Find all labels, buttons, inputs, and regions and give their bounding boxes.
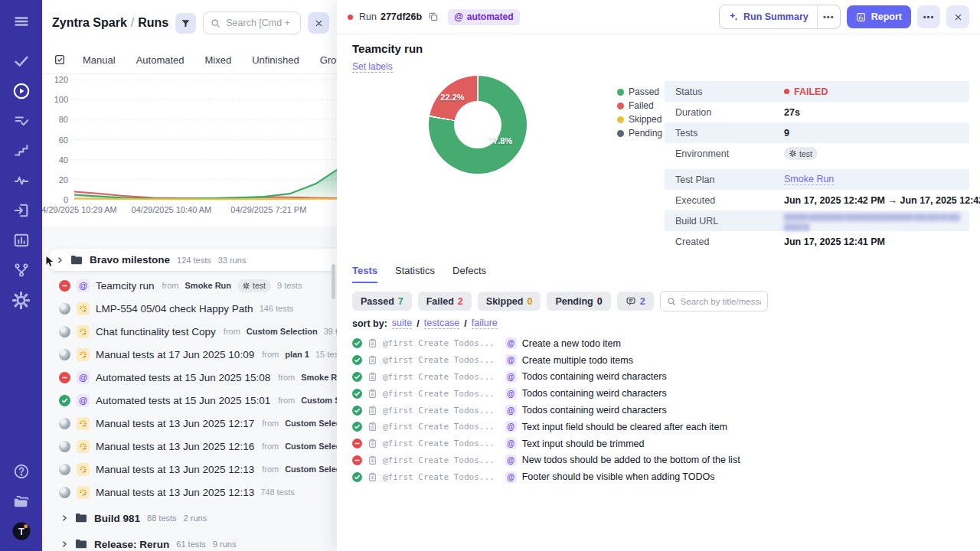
run-row[interactable]: Manual tests at 13 Jun 2025 12:16fromCus…: [42, 435, 337, 458]
test-title: Todos containing weird characters: [522, 371, 667, 382]
filter-pending[interactable]: Pending0: [547, 292, 610, 311]
report-button[interactable]: Report: [847, 5, 911, 28]
sort-by-testcase[interactable]: testcase: [424, 318, 460, 329]
run-row[interactable]: Manual tests at 17 Jun 2025 10:09frompla…: [42, 343, 337, 366]
filter-passed[interactable]: Passed7: [352, 292, 412, 311]
copy-run-id-button[interactable]: [428, 11, 439, 22]
ellipsis-icon: •••: [923, 12, 935, 21]
tests-list: @first Create Todos... @ Create a new to…: [352, 335, 740, 485]
status-passed-icon: [59, 395, 70, 406]
set-labels-link[interactable]: Set labels: [352, 61, 393, 73]
filter-commented[interactable]: 2: [617, 292, 654, 311]
run-row[interactable]: Manual tests at 13 Jun 2025 12:17fromCus…: [42, 412, 337, 435]
gear-icon: [12, 292, 30, 309]
chevron-right-icon: [60, 540, 68, 548]
detail-tab-defects[interactable]: Defects: [452, 265, 486, 283]
test-row[interactable]: @first Create Todos... @ Create a new to…: [352, 335, 740, 352]
tests-search-input[interactable]: [681, 297, 761, 306]
test-title: New todos should be added to the bottom …: [522, 455, 740, 465]
test-row[interactable]: @first Create Todos... @ Todos containin…: [352, 385, 740, 402]
funnel-icon: [181, 18, 191, 28]
test-row[interactable]: @first Create Todos... @ Todos containin…: [352, 369, 740, 386]
bar-chart-icon[interactable]: [11, 230, 32, 251]
runs-search[interactable]: [203, 11, 301, 34]
steps-icon[interactable]: [11, 140, 32, 161]
tests-search[interactable]: [660, 291, 768, 311]
select-all-icon[interactable]: [54, 54, 66, 66]
run-from-label: from: [162, 281, 179, 290]
test-row[interactable]: @first Create Todos... @ Text input shou…: [352, 435, 740, 452]
filter-skipped[interactable]: Skipped0: [478, 292, 541, 311]
test-title: Text input field should be cleared after…: [522, 422, 727, 432]
status-failed-icon: [59, 372, 70, 383]
tab-mixed[interactable]: Mixed: [205, 54, 232, 66]
detail-label: Test Plan: [675, 174, 784, 185]
tab-manual[interactable]: Manual: [83, 54, 116, 66]
test-filters: Passed7Failed2Skipped0Pending02: [352, 291, 768, 311]
sort-by-suite[interactable]: suite: [392, 318, 412, 329]
results-donut-chart: 77.8% 22.2%: [429, 76, 527, 174]
build-url-redacted[interactable]: ▆▆▆▆ ▆▆▆▆▆▆ ▆▆▆▆▆▆▆▆▆▆▆▆ ▆▆ ▆▆ ▆ ▆▆ ▆▆▆ …: [784, 211, 969, 231]
run-row[interactable]: @Teamcity runfromSmoke Runtest9 tests: [42, 274, 337, 297]
folder-icon: [75, 539, 87, 549]
breadcrumb-project[interactable]: Zyntra Spark: [52, 16, 127, 29]
test-suite: @first Create Todos...: [383, 406, 495, 416]
panel-close-button[interactable]: [308, 12, 329, 34]
check-icon[interactable]: [11, 51, 32, 72]
list-check-icon[interactable]: [11, 110, 32, 132]
gear-icon[interactable]: [11, 289, 32, 311]
run-source: Custom Selection: [285, 419, 337, 428]
more-actions-button[interactable]: •••: [917, 5, 940, 28]
app-sidebar: T: [0, 0, 42, 551]
folder-runs-count: 9 runs: [213, 540, 237, 549]
test-row[interactable]: @first Create Todos... @ New todos shoul…: [352, 452, 740, 469]
automated-badge: @automated: [448, 9, 519, 25]
folder-runs-count: 33 runs: [218, 256, 247, 265]
menu-icon[interactable]: [11, 11, 32, 32]
detail-close-button[interactable]: [946, 5, 969, 28]
clipboard-icon: [368, 355, 377, 365]
run-row[interactable]: Chat functinality test CopyfromCustom Se…: [42, 320, 337, 343]
run-row[interactable]: @Automated tests at 15 Jun 2025 15:01fro…: [42, 389, 337, 412]
branch-icon[interactable]: [11, 259, 32, 281]
runs-search-input[interactable]: [226, 18, 293, 28]
test-row[interactable]: @first Create Todos... @ Create multiple…: [352, 352, 740, 369]
run-from-label: from: [278, 373, 295, 382]
test-row[interactable]: @first Create Todos... @ Todos containin…: [352, 402, 740, 419]
folder-row[interactable]: Bravo milestone 124 tests 33 runs: [50, 249, 337, 271]
avatar-t[interactable]: T: [11, 520, 32, 542]
manual-run-icon: [77, 348, 90, 361]
sort-by-failure[interactable]: failure: [472, 318, 498, 329]
clipboard-icon: [368, 422, 377, 432]
folder-row[interactable]: Build 981 88 tests 2 runs: [42, 507, 337, 530]
run-row[interactable]: @Automated tests at 15 Jun 2025 15:08fro…: [42, 366, 337, 389]
run-summary-more-button[interactable]: •••: [817, 5, 840, 28]
filter-failed[interactable]: Failed2: [418, 292, 472, 311]
test-row[interactable]: @first Create Todos... @ Footer should b…: [352, 468, 740, 485]
detail-tab-statistics[interactable]: Statistics: [395, 265, 435, 283]
breadcrumb: Zyntra Spark/Runs: [52, 16, 168, 30]
run-row-title: Chat functinality test Copy: [96, 326, 216, 337]
test-plan-link[interactable]: Smoke Run: [784, 174, 834, 185]
sign-in-icon[interactable]: [11, 200, 32, 221]
projects-icon[interactable]: [11, 491, 32, 512]
scrollbar-thumb[interactable]: [332, 264, 335, 299]
activity-icon[interactable]: [11, 170, 32, 191]
folder-row[interactable]: Release: Rerun 61 tests 9 runs: [42, 533, 337, 551]
automated-run-icon: @: [77, 371, 90, 384]
run-row[interactable]: Manual tests at 13 Jun 2025 12:13748 tes…: [42, 481, 337, 504]
play-circle-icon[interactable]: [11, 80, 32, 102]
run-row[interactable]: LMP-554 05/04 check Happy Path146 tests: [42, 297, 337, 320]
tab-groups[interactable]: Groups: [320, 54, 337, 66]
runs-header: Zyntra Spark/Runs: [42, 0, 337, 46]
run-row[interactable]: Manual tests at 13 Jun 2025 12:13fromCus…: [42, 458, 337, 481]
help-icon[interactable]: [11, 461, 32, 482]
test-row[interactable]: @first Create Todos... @ Text input fiel…: [352, 419, 740, 435]
filter-button[interactable]: [175, 13, 196, 34]
detail-row-status: StatusFAILED: [665, 81, 969, 102]
run-row-title: Manual tests at 13 Jun 2025 12:17: [96, 418, 254, 429]
tab-unfinished[interactable]: Unfinished: [252, 54, 299, 66]
tab-automated[interactable]: Automated: [136, 54, 185, 66]
run-summary-button[interactable]: Run Summary: [720, 5, 817, 28]
detail-tab-tests[interactable]: Tests: [352, 265, 377, 283]
